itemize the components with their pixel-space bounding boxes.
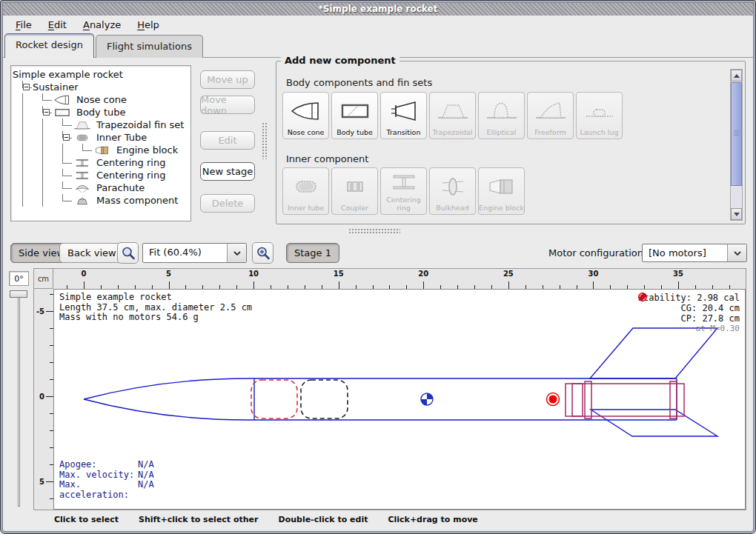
- mass-component-outline[interactable]: [301, 380, 348, 418]
- flight-info-label: Apogee:: [59, 460, 138, 470]
- zoom-out-button[interactable]: [117, 242, 139, 264]
- tree-guide-line: [33, 169, 53, 181]
- parachute-icon: [73, 182, 92, 194]
- tree-item-centering-ring[interactable]: Centering ring: [13, 169, 189, 181]
- rocket-outline[interactable]: [84, 328, 717, 436]
- motor-configuration-combobox[interactable]: [No motors]: [642, 244, 747, 262]
- transition-icon: [388, 100, 420, 122]
- component-button-launch-lug[interactable]: Launch lug: [576, 92, 623, 139]
- tab-flight-simulations[interactable]: Flight simulations: [96, 35, 203, 58]
- component-button-bulkhead[interactable]: Bulkhead: [429, 167, 476, 215]
- scroll-down-button[interactable]: [731, 208, 742, 220]
- rotation-slider-track[interactable]: [18, 292, 20, 507]
- ruler-tick: [46, 311, 53, 312]
- move-up-button[interactable]: Move up: [200, 70, 255, 89]
- ruler-tick: [508, 281, 509, 289]
- tree-item-parachute[interactable]: Parachute: [13, 181, 189, 194]
- menu-edit[interactable]: Edit: [42, 18, 73, 32]
- component-button-body-tube[interactable]: Body tube: [331, 92, 378, 139]
- component-button-coupler[interactable]: Coupler: [331, 167, 378, 215]
- tree-connector: [33, 106, 43, 119]
- vertical-splitter-handle[interactable]: [262, 122, 268, 159]
- zoom-level-value: Fit (60.4%): [143, 244, 227, 262]
- add-panel-scrollbar[interactable]: [730, 69, 743, 221]
- menu-analyze[interactable]: Analyze: [76, 18, 127, 32]
- centering-ring-rear[interactable]: [670, 381, 677, 418]
- inner-tube-icon: [73, 132, 92, 144]
- nose-cone-icon: [290, 93, 322, 129]
- tree-connector: [53, 194, 73, 207]
- tab-strip: Rocket designFlight simulations: [4, 34, 205, 58]
- tree-item-label: Trapezoidal fin set: [96, 119, 184, 130]
- fin-bottom[interactable]: [591, 410, 717, 436]
- horizontal-splitter-handle[interactable]: [348, 228, 400, 235]
- fin-elliptical-icon: [485, 93, 518, 129]
- engine-block-outline[interactable]: [572, 384, 583, 416]
- tree-item-nose-cone[interactable]: Nose cone: [13, 93, 189, 106]
- delete-button[interactable]: Delete: [200, 194, 255, 213]
- rocket-design-canvas[interactable]: Simple example rocket Length 37.5 cm, ma…: [53, 289, 746, 510]
- tree-item-simple-example-rocket[interactable]: Simple example rocket: [13, 68, 189, 81]
- engine-block-icon: [93, 144, 112, 156]
- back-view-button[interactable]: Back view: [59, 243, 125, 263]
- edit-button[interactable]: Edit: [200, 131, 255, 150]
- scroll-up-button[interactable]: [731, 70, 742, 81]
- tree-connector: [33, 93, 53, 106]
- add-panel-title: Add new component: [281, 55, 399, 66]
- tree-connector: [53, 169, 73, 181]
- component-button-centering-ring[interactable]: Centering ring: [380, 167, 427, 215]
- tree-item-body-tube[interactable]: Body tube: [13, 106, 189, 119]
- ruler-tick: [253, 281, 254, 289]
- stage-1-toggle[interactable]: Stage 1: [286, 243, 339, 263]
- menu-file[interactable]: File: [9, 18, 39, 32]
- component-button-label: Trapezoidal: [433, 129, 473, 137]
- inner-tube-outline[interactable]: [566, 384, 684, 416]
- component-button-engine-block[interactable]: Engine block: [478, 167, 525, 215]
- ruler-label: 35: [673, 270, 683, 278]
- parachute-icon: [73, 182, 92, 194]
- tab-rocket-design[interactable]: Rocket design: [4, 33, 94, 58]
- tree-item-trapezoidal-fin-set[interactable]: Trapezoidal fin set: [13, 119, 189, 131]
- inner-tube-assembly[interactable]: [566, 381, 684, 418]
- component-button-transition[interactable]: Transition: [380, 92, 427, 139]
- tree-collapse-toggle[interactable]: [63, 134, 70, 141]
- component-button-inner-tube[interactable]: Inner tube: [282, 167, 329, 215]
- component-button-trapezoidal[interactable]: Trapezoidal: [429, 92, 476, 139]
- ruler-label: 0: [82, 270, 87, 278]
- tree-item-centering-ring[interactable]: Centering ring: [13, 156, 189, 169]
- centering-ring-icon: [73, 157, 92, 169]
- status-hint: Double-click to edit: [279, 515, 368, 524]
- coupler-icon: [339, 168, 371, 204]
- menu-help[interactable]: Help: [130, 18, 166, 32]
- tree-collapse-toggle[interactable]: [43, 109, 50, 116]
- tree-item-mass-component[interactable]: Mass component: [13, 194, 189, 207]
- scrollbar-thumb[interactable]: [731, 82, 742, 186]
- rotation-slider-handle[interactable]: [10, 290, 27, 298]
- tree-guide-line: [33, 144, 53, 156]
- component-button-nose-cone[interactable]: Nose cone: [282, 92, 329, 139]
- component-button-elliptical[interactable]: Elliptical: [478, 92, 525, 139]
- zoom-level-combobox[interactable]: Fit (60.4%): [142, 243, 247, 263]
- zoom-in-button[interactable]: [252, 242, 273, 264]
- ruler-label: 0: [39, 393, 44, 401]
- chevron-down-icon: [727, 244, 746, 261]
- move-down-button[interactable]: Move down: [200, 96, 255, 114]
- inner-components-row: Inner tubeCouplerCentering ringBulkheadE…: [282, 167, 525, 215]
- new-stage-button[interactable]: New stage: [200, 162, 255, 181]
- tree-guide-line: [13, 131, 33, 144]
- tree-item-inner-tube[interactable]: Inner Tube: [13, 131, 189, 144]
- tree-collapse-toggle[interactable]: [23, 84, 30, 90]
- rocket-info-text: Simple example rocket Length 37.5 cm, ma…: [59, 293, 252, 323]
- tree-item-engine-block[interactable]: Engine block: [13, 144, 189, 156]
- fin-top[interactable]: [590, 328, 717, 378]
- status-hint: Shift+click to select other: [139, 515, 259, 524]
- component-button-freeform[interactable]: Freeform: [527, 92, 574, 139]
- title-bar[interactable]: *Simple example rocket: [2, 2, 754, 16]
- tree-item-sustainer[interactable]: Sustainer: [13, 81, 189, 93]
- body-components-group-label: Body components and fin sets: [286, 77, 432, 88]
- ruler-label: 5: [39, 478, 44, 486]
- magnifier-plus-icon: [256, 246, 271, 261]
- component-tree[interactable]: Simple example rocketSustainerNose coneB…: [10, 65, 191, 221]
- parachute-outline[interactable]: [251, 380, 297, 418]
- centering-ring-front[interactable]: [585, 381, 591, 418]
